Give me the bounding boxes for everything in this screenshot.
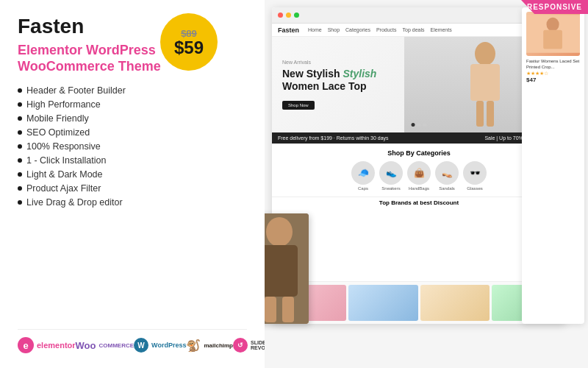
svg-rect-10 xyxy=(265,297,276,322)
nav-home[interactable]: Home xyxy=(308,27,322,32)
dot-3[interactable] xyxy=(423,123,427,127)
list-item: Live Drag & Drop editor xyxy=(18,195,247,209)
list-item: Mobile Friendly xyxy=(18,111,247,125)
nav-shop[interactable]: Shop xyxy=(328,27,340,32)
handbags-icon: 👜 xyxy=(407,161,431,185)
bullet-icon xyxy=(18,186,22,191)
list-item: 1 - Click Installation xyxy=(18,153,247,167)
handbags-label: HandBags xyxy=(409,186,429,191)
features-list: Header & Footer Builder High Performance… xyxy=(18,83,247,209)
categories-title: Shop By Categories xyxy=(279,149,559,157)
side-product-price: $47 xyxy=(526,77,580,83)
main-container: Fasten Elementor WordPress WooCommerce T… xyxy=(0,0,588,368)
elementor-icon: e xyxy=(18,337,34,353)
dot-1[interactable] xyxy=(412,123,415,127)
bullet-icon xyxy=(18,116,22,121)
side-model-svg xyxy=(526,12,580,56)
sneakers-icon: 👟 xyxy=(379,161,403,185)
close-dot xyxy=(278,13,283,18)
person-overlay-left xyxy=(265,213,309,324)
svg-point-5 xyxy=(546,18,559,32)
side-product-image xyxy=(526,12,580,56)
list-item: Light & Dark Mode xyxy=(18,167,247,181)
nav-links: Home Shop Categories Products Top deals … xyxy=(308,27,452,32)
side-product-panel: Fastiur Womens Laced Set Printed Crop...… xyxy=(522,7,584,324)
svg-rect-2 xyxy=(476,101,484,127)
category-caps[interactable]: 🧢 Caps xyxy=(351,161,375,191)
maximize-dot xyxy=(294,13,299,18)
shop-now-button[interactable]: Shop Now xyxy=(282,101,315,110)
bullet-icon xyxy=(18,144,22,149)
left-panel: Fasten Elementor WordPress WooCommerce T… xyxy=(0,0,265,368)
subtitle-line2: WooCommerce Theme xyxy=(18,59,247,75)
bullet-icon xyxy=(18,200,22,205)
caps-label: Caps xyxy=(358,186,368,191)
category-items: 🧢 Caps 👟 Sneakers 👜 HandBags 👡 Sandals xyxy=(279,161,559,191)
category-handbags[interactable]: 👜 HandBags xyxy=(407,161,431,191)
model-silhouette xyxy=(456,40,514,129)
person-svg-left xyxy=(265,213,309,324)
bullet-icon xyxy=(18,102,22,107)
dot-2[interactable] xyxy=(417,123,421,127)
stylish-word: Stylish xyxy=(343,68,376,79)
site-logo: Fasten xyxy=(278,26,299,34)
list-item: SEO Optimized xyxy=(18,125,247,139)
svg-rect-6 xyxy=(543,30,562,49)
price-new: $59 xyxy=(174,39,204,57)
nav-elements[interactable]: Elements xyxy=(431,27,452,32)
minimize-dot xyxy=(286,13,291,18)
mc-icon: 🐒 xyxy=(186,339,201,353)
nav-top-deals[interactable]: Top deals xyxy=(403,27,425,32)
side-product-title: Fastiur Womens Laced Set Printed Crop... xyxy=(526,59,580,71)
list-item: 100% Responsive xyxy=(18,139,247,153)
sneakers-label: Sneakers xyxy=(381,186,400,191)
mailchimp-logo: 🐒 mailchimp xyxy=(186,339,233,353)
side-product-stars: ★★★★☆ xyxy=(526,71,580,77)
bullet-icon xyxy=(18,88,22,93)
elementor-label: elementor xyxy=(37,341,76,350)
svg-rect-11 xyxy=(282,297,294,322)
svg-rect-1 xyxy=(470,64,500,101)
category-glasses[interactable]: 🕶️ Glasses xyxy=(463,161,487,191)
svg-rect-9 xyxy=(265,245,298,297)
svg-rect-3 xyxy=(487,101,494,127)
right-panel: RESPONSIVE Fasten Home Shop Categories P… xyxy=(265,0,588,368)
carousel-dots xyxy=(412,123,427,127)
mc-label: mailchimp xyxy=(204,342,233,349)
category-sandals[interactable]: 👡 Sandals xyxy=(435,161,459,191)
glasses-label: Glasses xyxy=(467,186,483,191)
price-badge: $89 $59 xyxy=(160,13,218,71)
elementor-logo: e elementor xyxy=(18,337,76,353)
svg-point-8 xyxy=(266,217,293,247)
left-content: Fasten Elementor WordPress WooCommerce T… xyxy=(18,15,247,325)
wordpress-logo: W WordPress xyxy=(134,338,186,353)
hero-title: New Stylish Stylish Women Lace Top xyxy=(282,68,376,93)
list-item: Product Ajax Filter xyxy=(18,181,247,195)
list-item: High Performance xyxy=(18,97,247,111)
wp-icon: W xyxy=(134,338,148,353)
woo-label: COMMERCE xyxy=(99,342,135,349)
caps-icon: 🧢 xyxy=(351,161,375,185)
sr-icon: ↺ xyxy=(233,338,248,353)
svg-point-0 xyxy=(475,42,495,66)
bullet-icon xyxy=(18,130,22,135)
nav-categories[interactable]: Categories xyxy=(345,27,370,32)
bullet-icon xyxy=(18,158,22,163)
category-sneakers[interactable]: 👟 Sneakers xyxy=(379,161,403,191)
logos-bar: e elementor Woo COMMERCE W WordPress 🐒 m… xyxy=(18,329,247,353)
thumb-3[interactable] xyxy=(420,285,490,321)
hero-tag: New Arrivals xyxy=(282,60,376,65)
sandals-icon: 👡 xyxy=(435,161,459,185)
woocommerce-logo: Woo COMMERCE xyxy=(76,340,134,351)
list-item: Header & Footer Builder xyxy=(18,83,247,97)
bullet-icon xyxy=(18,172,22,177)
promo-left: Free delivery from $199 · Returns within… xyxy=(278,135,389,141)
glasses-icon: 🕶️ xyxy=(463,161,487,185)
thumb-2[interactable] xyxy=(348,285,418,321)
wp-label: WordPress xyxy=(151,342,186,349)
woo-icon: Woo xyxy=(76,340,96,351)
sandals-label: Sandals xyxy=(439,186,455,191)
hero-text: New Arrivals New Stylish Stylish Women L… xyxy=(272,51,387,119)
nav-products[interactable]: Products xyxy=(376,27,397,32)
